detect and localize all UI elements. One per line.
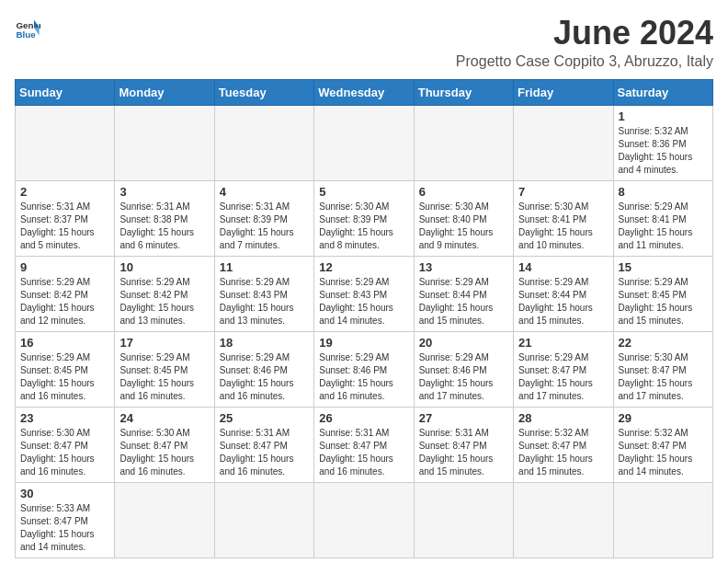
table-row: 14Sunrise: 5:29 AMSunset: 8:44 PMDayligh… <box>514 256 613 331</box>
day-info: Sunrise: 5:29 AMSunset: 8:46 PMDaylight:… <box>419 351 508 403</box>
day-info: Sunrise: 5:31 AMSunset: 8:47 PMDaylight:… <box>419 427 508 478</box>
day-number: 30 <box>20 487 109 500</box>
table-row: 15Sunrise: 5:29 AMSunset: 8:45 PMDayligh… <box>613 256 712 331</box>
day-info: Sunrise: 5:32 AMSunset: 8:47 PMDaylight:… <box>518 427 608 478</box>
table-row <box>514 482 613 557</box>
table-row <box>414 105 513 180</box>
table-row <box>115 105 214 180</box>
calendar-header-row: Sunday Monday Tuesday Wednesday Thursday… <box>16 79 713 105</box>
table-row: 18Sunrise: 5:29 AMSunset: 8:46 PMDayligh… <box>214 331 313 407</box>
day-info: Sunrise: 5:31 AMSunset: 8:39 PMDaylight:… <box>220 201 309 252</box>
day-info: Sunrise: 5:29 AMSunset: 8:43 PMDaylight:… <box>220 276 309 327</box>
day-number: 10 <box>119 260 209 274</box>
table-row: 21Sunrise: 5:29 AMSunset: 8:47 PMDayligh… <box>514 331 613 407</box>
day-number: 13 <box>419 260 508 274</box>
table-row: 13Sunrise: 5:29 AMSunset: 8:44 PMDayligh… <box>414 256 513 331</box>
day-info: Sunrise: 5:30 AMSunset: 8:47 PMDaylight:… <box>619 351 708 403</box>
day-info: Sunrise: 5:31 AMSunset: 8:37 PMDaylight:… <box>20 201 109 252</box>
table-row: 27Sunrise: 5:31 AMSunset: 8:47 PMDayligh… <box>414 407 513 482</box>
table-row: 20Sunrise: 5:29 AMSunset: 8:46 PMDayligh… <box>414 331 513 407</box>
day-number: 5 <box>319 185 408 199</box>
calendar-table: Sunday Monday Tuesday Wednesday Thursday… <box>15 79 713 558</box>
table-row: 5Sunrise: 5:30 AMSunset: 8:39 PMDaylight… <box>314 180 414 256</box>
table-row: 25Sunrise: 5:31 AMSunset: 8:47 PMDayligh… <box>214 407 313 482</box>
day-info: Sunrise: 5:32 AMSunset: 8:36 PMDaylight:… <box>619 125 708 177</box>
table-row <box>613 482 712 557</box>
day-number: 4 <box>220 185 309 199</box>
day-info: Sunrise: 5:30 AMSunset: 8:41 PMDaylight:… <box>518 201 608 252</box>
col-wednesday: Wednesday <box>314 79 414 105</box>
table-row: 4Sunrise: 5:31 AMSunset: 8:39 PMDaylight… <box>214 180 313 256</box>
day-number: 11 <box>220 260 309 274</box>
table-row: 7Sunrise: 5:30 AMSunset: 8:41 PMDaylight… <box>514 180 613 256</box>
day-info: Sunrise: 5:31 AMSunset: 8:47 PMDaylight:… <box>319 427 408 478</box>
calendar-month-year: June 2024 <box>456 15 713 52</box>
day-number: 22 <box>619 336 708 350</box>
day-info: Sunrise: 5:29 AMSunset: 8:45 PMDaylight:… <box>619 276 708 327</box>
table-row: 9Sunrise: 5:29 AMSunset: 8:42 PMDaylight… <box>16 256 115 331</box>
table-row <box>214 105 313 180</box>
svg-text:Blue: Blue <box>16 29 36 40</box>
day-info: Sunrise: 5:29 AMSunset: 8:44 PMDaylight:… <box>518 276 608 327</box>
day-number: 14 <box>518 260 608 274</box>
table-row: 11Sunrise: 5:29 AMSunset: 8:43 PMDayligh… <box>214 256 313 331</box>
table-row: 8Sunrise: 5:29 AMSunset: 8:41 PMDaylight… <box>613 180 712 256</box>
day-number: 9 <box>20 260 109 274</box>
day-number: 17 <box>119 336 209 350</box>
page-header: General Blue June 2024 Progetto Case Cop… <box>15 15 713 70</box>
table-row <box>414 482 513 557</box>
col-thursday: Thursday <box>414 79 513 105</box>
table-row: 3Sunrise: 5:31 AMSunset: 8:38 PMDaylight… <box>115 180 214 256</box>
day-number: 6 <box>419 185 508 199</box>
day-number: 16 <box>20 336 109 350</box>
day-info: Sunrise: 5:30 AMSunset: 8:40 PMDaylight:… <box>419 201 508 252</box>
day-number: 7 <box>518 185 608 199</box>
day-number: 29 <box>619 411 708 425</box>
table-row: 6Sunrise: 5:30 AMSunset: 8:40 PMDaylight… <box>414 180 513 256</box>
table-row <box>214 482 313 557</box>
table-row: 10Sunrise: 5:29 AMSunset: 8:42 PMDayligh… <box>115 256 214 331</box>
table-row <box>514 105 613 180</box>
day-info: Sunrise: 5:30 AMSunset: 8:47 PMDaylight:… <box>119 427 209 478</box>
col-friday: Friday <box>514 79 613 105</box>
day-number: 3 <box>119 185 209 199</box>
day-info: Sunrise: 5:32 AMSunset: 8:47 PMDaylight:… <box>619 427 708 478</box>
logo: General Blue <box>15 15 40 40</box>
day-info: Sunrise: 5:29 AMSunset: 8:45 PMDaylight:… <box>119 351 209 403</box>
day-number: 24 <box>119 411 209 425</box>
logo-icon: General Blue <box>15 15 40 40</box>
calendar-location: Progetto Case Coppito 3, Abruzzo, Italy <box>456 53 713 70</box>
day-number: 2 <box>20 185 109 199</box>
col-tuesday: Tuesday <box>214 79 313 105</box>
day-number: 1 <box>619 109 708 123</box>
day-info: Sunrise: 5:29 AMSunset: 8:42 PMDaylight:… <box>119 276 209 327</box>
table-row: 16Sunrise: 5:29 AMSunset: 8:45 PMDayligh… <box>16 331 115 407</box>
day-info: Sunrise: 5:29 AMSunset: 8:46 PMDaylight:… <box>220 351 309 403</box>
day-number: 18 <box>220 336 309 350</box>
day-info: Sunrise: 5:31 AMSunset: 8:38 PMDaylight:… <box>119 201 209 252</box>
day-info: Sunrise: 5:33 AMSunset: 8:47 PMDaylight:… <box>20 502 109 554</box>
day-info: Sunrise: 5:31 AMSunset: 8:47 PMDaylight:… <box>220 427 309 478</box>
day-info: Sunrise: 5:29 AMSunset: 8:47 PMDaylight:… <box>518 351 608 403</box>
table-row: 22Sunrise: 5:30 AMSunset: 8:47 PMDayligh… <box>613 331 712 407</box>
day-info: Sunrise: 5:29 AMSunset: 8:41 PMDaylight:… <box>619 201 708 252</box>
table-row: 28Sunrise: 5:32 AMSunset: 8:47 PMDayligh… <box>514 407 613 482</box>
col-monday: Monday <box>115 79 214 105</box>
day-number: 12 <box>319 260 408 274</box>
day-info: Sunrise: 5:29 AMSunset: 8:43 PMDaylight:… <box>319 276 408 327</box>
day-number: 26 <box>319 411 408 425</box>
calendar-title-area: June 2024 Progetto Case Coppito 3, Abruz… <box>456 15 713 70</box>
day-info: Sunrise: 5:29 AMSunset: 8:44 PMDaylight:… <box>419 276 508 327</box>
day-number: 25 <box>220 411 309 425</box>
day-number: 20 <box>419 336 508 350</box>
table-row: 1Sunrise: 5:32 AMSunset: 8:36 PMDaylight… <box>613 105 712 180</box>
day-number: 19 <box>319 336 408 350</box>
table-row <box>314 105 414 180</box>
day-info: Sunrise: 5:29 AMSunset: 8:45 PMDaylight:… <box>20 351 109 403</box>
table-row: 30Sunrise: 5:33 AMSunset: 8:47 PMDayligh… <box>16 482 115 557</box>
col-saturday: Saturday <box>613 79 712 105</box>
table-row: 29Sunrise: 5:32 AMSunset: 8:47 PMDayligh… <box>613 407 712 482</box>
table-row: 23Sunrise: 5:30 AMSunset: 8:47 PMDayligh… <box>16 407 115 482</box>
table-row: 26Sunrise: 5:31 AMSunset: 8:47 PMDayligh… <box>314 407 414 482</box>
table-row <box>115 482 214 557</box>
